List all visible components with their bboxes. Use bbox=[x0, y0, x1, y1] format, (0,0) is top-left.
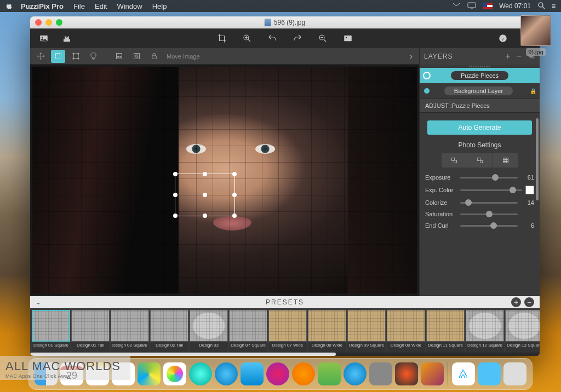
zoom-out-button[interactable] bbox=[313, 31, 332, 46]
auto-generate-button[interactable]: Auto Generate bbox=[427, 120, 532, 135]
slider-track[interactable] bbox=[460, 225, 518, 227]
preset-item[interactable]: Design 07 Wide bbox=[268, 310, 307, 353]
presets-collapse-button[interactable]: ⌄ bbox=[36, 298, 41, 306]
menu-window[interactable]: Window bbox=[117, 2, 142, 10]
preset-item[interactable]: Design 09 Square bbox=[347, 310, 386, 353]
menu-help[interactable]: Help bbox=[152, 2, 167, 10]
selection-handle-mr[interactable] bbox=[232, 193, 237, 197]
preset-item[interactable]: Design 07 Square bbox=[229, 310, 267, 353]
preset-item[interactable]: Design 12 Square bbox=[466, 310, 504, 353]
color-swatch[interactable] bbox=[525, 186, 534, 194]
layout-option-2[interactable] bbox=[467, 153, 493, 168]
slider-track[interactable] bbox=[460, 214, 518, 215]
open-image-button[interactable] bbox=[35, 31, 53, 46]
layer-visibility-icon[interactable] bbox=[424, 88, 430, 94]
remove-preset-button[interactable]: − bbox=[524, 297, 534, 307]
dock-messages-icon[interactable] bbox=[189, 362, 212, 385]
lock-button[interactable] bbox=[147, 50, 161, 63]
window-titlebar[interactable]: 596 (9).jpg bbox=[30, 16, 540, 28]
image-layer-button[interactable] bbox=[112, 50, 126, 63]
transform-tool-button[interactable] bbox=[68, 50, 83, 63]
canvas-area[interactable] bbox=[30, 65, 419, 296]
undo-button[interactable] bbox=[263, 31, 282, 46]
preset-item[interactable]: Design 11 Square bbox=[426, 310, 465, 353]
dock-itunes-icon[interactable] bbox=[266, 362, 289, 385]
preset-thumb bbox=[150, 310, 188, 342]
dock-downloads-icon[interactable] bbox=[478, 362, 501, 385]
layer-visibility-icon[interactable] bbox=[423, 72, 431, 79]
lightbulb-tool-button[interactable] bbox=[86, 50, 100, 63]
menubar-clock[interactable]: Wed 07:01 bbox=[499, 2, 531, 10]
preset-item[interactable]: Design 01 Square bbox=[32, 310, 70, 353]
slider-thumb[interactable] bbox=[492, 174, 499, 181]
dock-maps-icon[interactable] bbox=[138, 362, 161, 385]
preset-item[interactable]: Design 03 bbox=[190, 310, 228, 353]
selection-handle-bl[interactable] bbox=[173, 214, 178, 218]
zoom-in-button[interactable] bbox=[238, 31, 256, 46]
selection-handle-bm[interactable] bbox=[203, 214, 207, 218]
slider-thumb[interactable] bbox=[490, 222, 497, 229]
preset-item[interactable]: Design 13 Square bbox=[505, 310, 540, 353]
menu-edit[interactable]: Edit bbox=[95, 2, 107, 10]
layout-option-3[interactable] bbox=[493, 153, 518, 168]
add-preset-button[interactable]: + bbox=[511, 297, 521, 307]
presets-scroll[interactable]: Design 01 SquareDesign 01 TallDesign 02 … bbox=[30, 308, 540, 353]
dock-preferences-icon[interactable] bbox=[369, 362, 392, 385]
add-layer-button[interactable]: + bbox=[505, 51, 511, 61]
selection-handle-tm[interactable] bbox=[203, 172, 207, 176]
dock-appstore2-icon[interactable]: ⩓ bbox=[452, 362, 475, 385]
dock-trash-icon[interactable] bbox=[503, 362, 526, 385]
selection-handle-br[interactable] bbox=[232, 214, 237, 218]
status-screen-icon[interactable] bbox=[452, 2, 461, 10]
apple-menu-icon[interactable] bbox=[5, 2, 13, 10]
dock-facetime-icon[interactable] bbox=[318, 362, 341, 385]
collapse-panel-button[interactable]: › bbox=[407, 51, 416, 61]
layer-background[interactable]: Background Layer 🔒 bbox=[420, 83, 540, 99]
selection-handle-tr[interactable] bbox=[232, 172, 237, 176]
dock-photobooth-icon[interactable] bbox=[395, 362, 418, 385]
layout-option-1[interactable] bbox=[442, 153, 467, 168]
select-tool-button[interactable] bbox=[51, 50, 65, 63]
crop-button[interactable] bbox=[213, 31, 231, 46]
window-minimize-button[interactable] bbox=[45, 19, 52, 26]
preset-item[interactable]: Design 02 Square bbox=[111, 310, 149, 353]
slider-thumb[interactable] bbox=[465, 199, 472, 206]
fit-screen-button[interactable] bbox=[339, 31, 357, 46]
move-tool-button[interactable] bbox=[33, 50, 48, 63]
window-maximize-button[interactable] bbox=[56, 19, 62, 26]
dock-mail-icon[interactable] bbox=[241, 362, 264, 385]
dock-app-icon[interactable] bbox=[421, 362, 444, 385]
dock-appstore-icon[interactable] bbox=[344, 362, 367, 385]
dock-safari-icon[interactable] bbox=[215, 362, 238, 385]
selection-box[interactable] bbox=[175, 174, 235, 216]
status-flag-icon[interactable] bbox=[483, 3, 493, 9]
mask-button[interactable] bbox=[129, 50, 144, 63]
canvas[interactable] bbox=[32, 67, 417, 293]
slider-track[interactable] bbox=[460, 189, 522, 191]
spotlight-icon[interactable] bbox=[537, 2, 545, 11]
preset-item[interactable]: Design 09 Wide bbox=[387, 310, 425, 353]
preset-item[interactable]: Design 01 Tall bbox=[71, 310, 110, 353]
status-display-icon[interactable] bbox=[467, 2, 476, 10]
menubar-app-name[interactable]: PuzziPix Pro bbox=[21, 2, 64, 10]
selection-handle-tl[interactable] bbox=[173, 172, 178, 176]
slider-track[interactable] bbox=[460, 177, 518, 178]
selection-handle-center[interactable] bbox=[203, 193, 207, 197]
selection-handle-ml[interactable] bbox=[173, 193, 178, 197]
dock-ibooks-icon[interactable] bbox=[292, 362, 315, 385]
slider-thumb[interactable] bbox=[510, 187, 516, 193]
menu-extras-icon[interactable]: ≡ bbox=[552, 2, 556, 10]
preset-item[interactable]: Design 02 Tall bbox=[150, 310, 188, 353]
dock-photos-icon[interactable] bbox=[163, 362, 186, 385]
slider-track[interactable] bbox=[460, 202, 518, 204]
info-button[interactable]: i bbox=[494, 31, 512, 46]
layer-puzzle-pieces[interactable]: Puzzle Pieces bbox=[420, 68, 540, 83]
window-close-button[interactable] bbox=[35, 19, 42, 26]
save-button[interactable] bbox=[58, 31, 76, 46]
redo-button[interactable] bbox=[288, 31, 307, 46]
slider-thumb[interactable] bbox=[486, 211, 493, 217]
desktop-file[interactable]: 9).jpg bbox=[516, 15, 556, 56]
menu-file[interactable]: File bbox=[73, 2, 85, 10]
preset-item[interactable]: Design 08 Wide bbox=[308, 310, 346, 353]
adjust-scrollbar[interactable] bbox=[536, 118, 539, 200]
